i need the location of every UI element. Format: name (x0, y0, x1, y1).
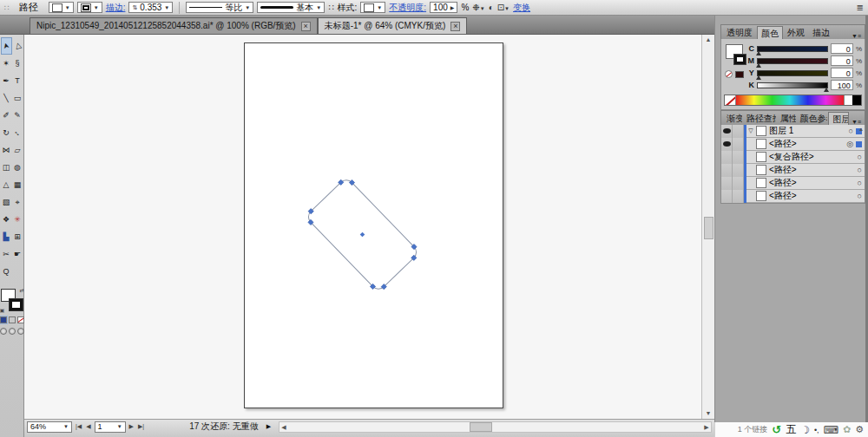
channel-value-field[interactable]: 0 (831, 68, 853, 78)
layer-row[interactable]: <路径>○ (721, 164, 865, 177)
layer-row[interactable]: ▽图层 1○ (721, 125, 865, 138)
visibility-toggle[interactable] (721, 151, 733, 164)
slice-tool[interactable]: ✂ (1, 245, 12, 263)
line-segment-tool[interactable]: ╲ (1, 89, 12, 107)
stroke-proxy-swatch[interactable] (733, 54, 746, 65)
color-group-tab[interactable]: 透明度 (723, 26, 756, 39)
zoom-tool[interactable]: Q (1, 263, 12, 280)
channel-slider[interactable] (757, 70, 828, 76)
blend-tool[interactable]: ❖ (1, 211, 12, 228)
scroll-right-icon[interactable]: ▶ (702, 422, 711, 432)
magic-wand-tool[interactable]: ✶ (1, 55, 12, 72)
visibility-toggle[interactable] (721, 125, 733, 138)
panel-menu-icon[interactable]: ▼≡ (850, 33, 863, 39)
hand-tool[interactable]: ☛ (12, 245, 23, 263)
scale-tool[interactable]: ↔ (12, 124, 23, 141)
document-tab[interactable]: Nipic_12310549_20140512125852044358.ai* … (30, 17, 318, 34)
layer-row[interactable]: <路径>○ (721, 190, 865, 203)
selection-tool[interactable]: ➤ (1, 37, 12, 55)
visibility-toggle[interactable] (721, 138, 733, 151)
symbol-sprayer-tool[interactable]: ✳ (12, 211, 23, 228)
stroke-color-dropdown[interactable]: ▼ (77, 2, 102, 13)
vertical-scroll-thumb[interactable] (704, 217, 713, 239)
control-panel-menu-icon[interactable]: ≣ (857, 3, 864, 12)
vertical-scrollbar[interactable]: ▲ ▼ (701, 35, 714, 419)
draw-behind-button[interactable] (9, 328, 16, 335)
tab-close-icon[interactable]: × (301, 22, 311, 31)
layers-group-tab[interactable]: 图层 (828, 112, 849, 125)
channel-value-field[interactable]: 0 (831, 55, 853, 66)
stroke-weight-field[interactable]: ⇅ 0.353 ▼ (128, 2, 173, 13)
stroke-proxy-swatch[interactable] (9, 298, 23, 311)
horizontal-scrollbar[interactable]: ◀ ▶ (279, 421, 712, 433)
channel-slider[interactable] (757, 58, 828, 64)
channel-value-field[interactable]: 100 (831, 80, 853, 90)
last-color-swatch[interactable] (735, 71, 744, 78)
wrench-icon[interactable]: ⚙ (855, 424, 864, 435)
pencil-tool[interactable]: ✎ (12, 107, 23, 124)
layers-group-tab[interactable]: 渐变 (723, 112, 742, 125)
scroll-up-icon[interactable]: ▲ (702, 35, 714, 45)
slider-handle[interactable] (756, 75, 761, 80)
gradient-mode-button[interactable] (9, 316, 16, 323)
lock-toggle[interactable] (733, 177, 744, 190)
panel-menu-icon[interactable]: ▼≡ (850, 119, 863, 125)
draw-normal-button[interactable] (0, 328, 7, 335)
artboard-navigation-dropdown[interactable]: 1 ▼ (95, 421, 126, 433)
selection-indicator[interactable] (856, 141, 862, 147)
target-circle-icon[interactable]: ○ (858, 166, 862, 174)
flower-icon[interactable]: ✿ (843, 424, 851, 435)
scroll-left-icon[interactable]: ◀ (279, 422, 288, 432)
layers-group-tab[interactable]: 属性 (777, 112, 796, 125)
ime-mode-icon[interactable]: 五 (786, 422, 796, 437)
eyedropper-tool[interactable]: ⌖ (12, 193, 23, 211)
visibility-toggle[interactable] (721, 190, 733, 203)
none-swatch-icon[interactable] (725, 70, 733, 78)
spectrum-white-swatch[interactable] (844, 95, 852, 105)
lock-toggle[interactable] (733, 138, 744, 151)
visibility-toggle[interactable] (721, 164, 733, 177)
document-setup-icon[interactable]: ◐ (489, 3, 494, 12)
stepper-icon[interactable]: ⇅ (132, 4, 137, 11)
gradient-tool[interactable]: ▧ (1, 193, 12, 211)
layer-row[interactable]: <路径>○ (721, 177, 865, 190)
rectangle-tool[interactable]: ▭ (12, 89, 23, 107)
spectrum-ramp[interactable] (736, 95, 844, 105)
moon-icon[interactable]: ☽ (800, 424, 810, 436)
color-group-tab[interactable]: 外观 (784, 26, 808, 39)
layers-scroll-up-icon[interactable]: ▲ (858, 127, 864, 132)
type-tool[interactable]: T (12, 72, 23, 89)
default-fill-stroke-icon[interactable]: ▣ (0, 307, 4, 313)
previous-page-button[interactable]: ◀ (85, 423, 91, 430)
document-tab[interactable]: 未标题-1* @ 64% (CMYK/预览)× (318, 17, 468, 34)
column-graph-tool[interactable]: ▙ (1, 228, 12, 245)
status-flyout-icon[interactable]: ▶ (266, 423, 271, 430)
lock-toggle[interactable] (733, 125, 744, 138)
channel-slider[interactable] (757, 82, 828, 88)
color-group-tab[interactable]: 颜色 (757, 26, 783, 39)
next-page-button[interactable]: ▶ (128, 423, 135, 430)
slider-handle[interactable] (824, 88, 829, 92)
recolor-artwork-icon[interactable]: ∷ (328, 3, 333, 12)
shape-builder-tool[interactable]: ◫ (1, 159, 12, 176)
color-spectrum-bar[interactable] (724, 95, 862, 106)
target-circle-icon[interactable]: ○ (858, 153, 862, 161)
screen-mode-button[interactable] (17, 328, 24, 335)
tray-swirl-icon[interactable]: ↺ (772, 423, 781, 436)
swap-fill-stroke-icon[interactable]: ⇄ (19, 287, 23, 293)
width-tool[interactable]: ⋈ (1, 141, 12, 159)
style-dropdown[interactable]: ▼ (360, 2, 385, 13)
transform-link[interactable]: 变换 (513, 2, 530, 14)
horizontal-scroll-thumb[interactable] (470, 422, 492, 432)
channel-slider[interactable] (757, 46, 828, 52)
layers-group-tab[interactable]: 颜色参考 (797, 112, 828, 125)
paintbrush-tool[interactable]: ✐ (1, 107, 12, 124)
tab-close-icon[interactable]: × (450, 22, 460, 31)
last-page-button[interactable]: ▶| (137, 423, 145, 430)
canvas-pasteboard[interactable] (24, 35, 701, 419)
lock-toggle[interactable] (733, 164, 744, 177)
target-circle-icon[interactable]: ○ (858, 179, 862, 187)
width-profile-dropdown[interactable]: 等比 ▼ (186, 2, 253, 13)
fill-color-dropdown[interactable]: ▼ (49, 2, 74, 13)
lock-toggle[interactable] (733, 190, 744, 203)
